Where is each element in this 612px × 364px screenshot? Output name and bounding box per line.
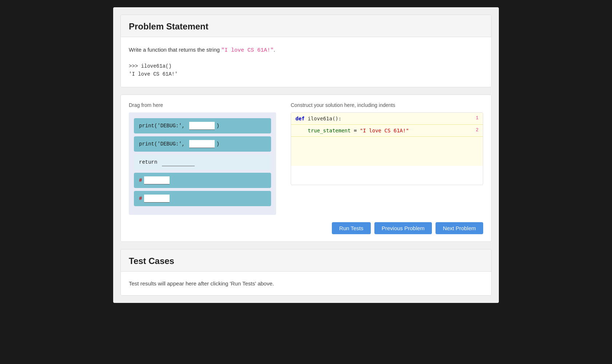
problem-statement-section: Problem Statement Write a function that … [120,15,492,87]
drag-block-1-suffix: ) [216,123,219,129]
test-cases-section: Test Cases Test results will appear here… [120,249,492,296]
drag-column: Drag from here print('DEBUG:', ) print('… [129,102,276,215]
comment-hash-2: # [139,196,142,201]
string-value: "I love CS 61A!" [221,47,274,53]
buttons-row: Run Tests Previous Problem Next Problem [129,222,483,234]
test-cases-title: Test Cases [129,256,483,266]
drag-block-comment-2-input[interactable] [144,195,170,203]
code-example-line1: >>> ilove61a() [129,62,483,70]
solution-area: def ilove61a(): 1 true_statement = "I lo… [291,112,483,185]
drag-block-return-input[interactable] [162,158,195,166]
equals-sign: = [354,128,360,133]
function-name: ilove61a(): [308,116,342,121]
next-problem-button[interactable]: Next Problem [436,222,483,234]
drag-block-1[interactable]: print('DEBUG:', ) [134,118,271,133]
problem-statement-body: Write a function that returns the string… [121,37,491,87]
problem-statement-title: Problem Statement [129,21,483,32]
problem-statement-header: Problem Statement [121,15,491,37]
line-number-1: 1 [476,116,478,121]
drag-block-comment-1[interactable]: # [134,173,271,188]
drag-block-1-prefix: print('DEBUG:', [139,123,188,129]
drag-column-label: Drag from here [129,102,276,108]
string-literal: "I love CS 61A!" [360,128,409,133]
editor-columns: Drag from here print('DEBUG:', ) print('… [129,102,483,215]
page-container: Problem Statement Write a function that … [113,7,499,303]
solution-line-1-code: def ilove61a(): [295,116,341,121]
solution-column-label: Construct your solution here, including … [291,102,483,108]
def-keyword: def [295,116,305,121]
test-cases-header: Test Cases [121,249,491,272]
drag-block-2-suffix: ) [216,141,219,147]
problem-description: Write a function that returns the string… [129,46,483,55]
solution-line-empty[interactable] [291,137,483,166]
run-tests-button[interactable]: Run Tests [332,222,370,234]
drag-block-return[interactable]: return [134,155,271,170]
var-name: true_statement [308,128,351,133]
solution-column: Construct your solution here, including … [291,102,483,215]
solution-line-2: true_statement = "I love CS 61A!" 2 [291,125,483,137]
drag-block-1-input[interactable] [189,122,215,130]
previous-problem-button[interactable]: Previous Problem [374,222,432,234]
drag-area: print('DEBUG:', ) print('DEBUG:', ) [129,112,276,215]
line-number-2: 2 [476,128,478,133]
drag-block-2[interactable]: print('DEBUG:', ) [134,136,271,152]
drag-block-return-keyword: return [139,159,160,165]
code-example: >>> ilove61a() 'I love CS 61A!' [129,62,483,79]
test-cases-placeholder: Test results will appear here after clic… [129,280,483,287]
test-cases-body: Test results will appear here after clic… [121,272,491,295]
drag-block-comment-1-input[interactable] [144,176,170,184]
solution-line-1: def ilove61a(): 1 [291,113,483,125]
problem-description-suffix: . [274,47,275,53]
problem-description-prefix: Write a function that returns the string [129,47,221,53]
drag-block-2-prefix: print('DEBUG:', [139,141,188,147]
drag-block-2-input[interactable] [189,140,215,148]
solution-line-2-code: true_statement = "I love CS 61A!" [295,128,409,133]
editor-body: Drag from here print('DEBUG:', ) print('… [121,95,491,241]
drag-block-comment-2[interactable]: # [134,191,271,206]
editor-section: Drag from here print('DEBUG:', ) print('… [120,95,492,242]
comment-hash-1: # [139,177,142,183]
code-example-line2: 'I love CS 61A!' [129,70,483,78]
